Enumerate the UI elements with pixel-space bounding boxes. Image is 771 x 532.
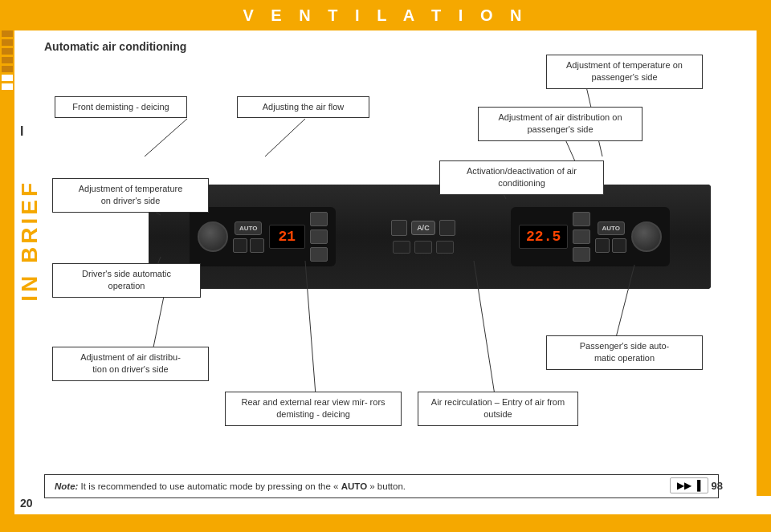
nav-next-button[interactable]: ▶▶ ▐ [670,477,708,493]
pass-dist-btn-3[interactable] [573,247,590,262]
navigation-controls: ▶▶ ▐ 98 [670,477,723,493]
btn-recirc[interactable] [439,220,455,236]
section-title: Automatic air conditioning [44,40,755,53]
passenger-dial[interactable] [631,221,662,252]
btn-c1[interactable] [393,241,410,254]
btn-rear[interactable] [391,220,407,236]
mark-7 [2,83,13,90]
btn-up[interactable] [233,238,247,253]
dashboard-inner: AUTO 21 A/C [149,185,711,289]
mark-3 [2,48,13,55]
adj-air-dist-driver-text: Adjustment of air distribu-tion on drive… [80,352,181,374]
driver-auto-text: Driver's side automaticoperation [82,269,171,290]
ac-button[interactable]: A/C [411,221,435,235]
in-brief-label: IN BRIEF [17,180,43,302]
note-highlight: AUTO [341,481,370,491]
mark-6 [2,75,13,81]
note-suffix: » button. [369,481,406,491]
adj-temp-driver-text: Adjustment of temperatureon driver's sid… [79,184,183,205]
note-box: Note: It is recommended to use automatic… [44,474,719,498]
note-label: Note: [55,481,78,491]
btn-c3[interactable] [436,241,454,254]
callout-rear-demisting: Rear and external rear view mir- rors de… [225,392,402,426]
callout-adjusting-air-flow: Adjusting the air flow [237,96,369,118]
center-controls: A/C [391,220,455,254]
in-brief-container: IN BRIEF [18,160,42,321]
callout-adj-air-dist-driver: Adjustment of air distribu-tion on drive… [52,347,209,381]
driver-dial[interactable] [198,221,228,252]
callout-adj-air-dist-passenger: Adjustment of air distribution on passen… [478,107,642,141]
driver-small-btns [310,212,328,262]
bottom-bar [0,514,771,532]
btn-down[interactable] [250,238,264,253]
nav-page-number: 98 [712,480,723,492]
pass-dist-btn-2[interactable] [573,229,590,244]
passenger-cluster: 22.5 AUTO [511,207,670,266]
page-number: 20 [20,497,33,510]
mark-2 [2,39,13,46]
callout-adj-temp-driver: Adjustment of temperatureon driver's sid… [52,178,209,213]
page-title: V E N T I L A T I O N [243,6,528,25]
mark-1 [2,30,13,37]
callout-front-demisting: Front demisting - deicing [55,96,187,118]
dist-btn-2[interactable] [310,229,328,244]
chapter-index: I [20,124,23,139]
driver-cluster: AUTO 21 [190,207,336,266]
left-stripe [0,0,14,532]
passenger-small-btns [573,212,590,262]
auto-button-passenger[interactable]: AUTO [598,221,626,235]
callout-passenger-auto: Passenger's side auto-matic operation [546,335,703,370]
callout-adj-temp-passenger: Adjustment of temperature on passenger's… [546,55,703,89]
pass-btn-up[interactable] [595,238,610,253]
note-text: It is recommended to use automatic mode … [81,481,339,491]
right-accent [757,30,771,496]
callout-air-recirculation: Air recirculation – Entry of air from ou… [418,392,578,426]
callout-driver-auto: Driver's side automaticoperation [52,263,201,298]
callout-activation-ac: Activation/deactivation of air condition… [439,160,604,195]
dashboard-panel: AUTO 21 A/C [149,185,711,289]
passenger-temp: 22.5 [519,225,568,249]
auto-button-driver[interactable]: AUTO [235,221,263,235]
driver-temp: 21 [269,225,305,249]
pass-btn-down[interactable] [612,238,626,253]
btn-c2[interactable] [414,241,432,254]
pass-dist-btn-1[interactable] [573,212,590,226]
passenger-auto-text: Passenger's side auto-matic operation [580,341,670,363]
left-marks [0,30,14,92]
mark-5 [2,66,13,72]
dist-btn-3[interactable] [310,247,328,262]
mark-4 [2,57,13,63]
dist-btn-1[interactable] [310,212,328,226]
top-bar: V E N T I L A T I O N [0,0,771,30]
